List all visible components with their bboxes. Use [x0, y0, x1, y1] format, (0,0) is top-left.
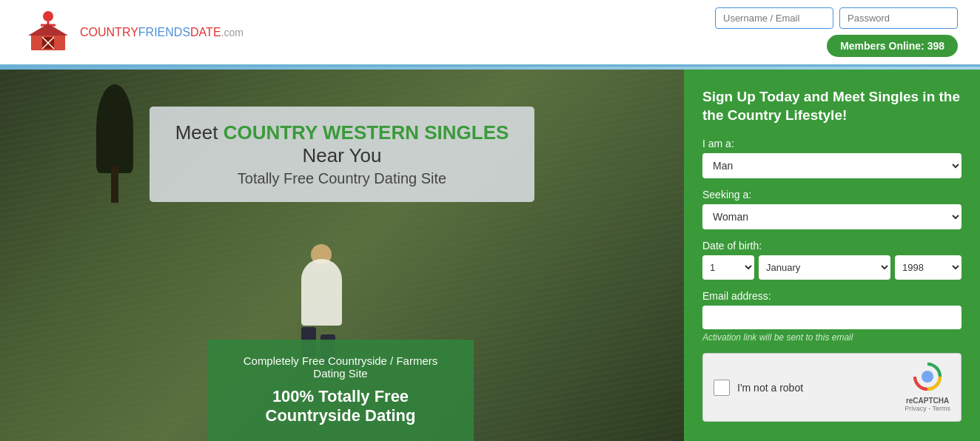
email-input[interactable] [702, 306, 961, 329]
dob-row: 1 2345 6789 10111213 14151617 18192021 2… [702, 255, 961, 280]
hero-bottom-box: Completely Free Countryside / Farmers Da… [207, 340, 474, 441]
recaptcha-links: Privacy - Terms [905, 405, 950, 412]
recaptcha-left: I'm not a robot [714, 380, 803, 396]
logo-friends: FRIENDS [138, 26, 190, 38]
email-label: Email address: [702, 290, 961, 302]
members-online-button[interactable]: Members Online: 398 [827, 35, 958, 57]
seeking-group: Seeking a: Man Woman [702, 189, 961, 229]
hero-title-box: Meet COUNTRY WESTERN SINGLES Near You To… [150, 107, 534, 202]
logo-icon [22, 10, 74, 55]
hero-bottom-line2: 100% Totally Free Countryside Dating [229, 387, 452, 425]
recaptcha-brand-label: reCAPTCHA [906, 397, 949, 405]
logo-country: COUNTRY [80, 26, 138, 38]
recaptcha-right: reCAPTCHA Privacy - Terms [905, 363, 950, 412]
logo: COUNTRYFRIENDSDATE.com [22, 10, 244, 55]
dob-label: Date of birth: [702, 240, 961, 252]
logo-dotcom: .com [221, 27, 244, 38]
recaptcha-label: I'm not a robot [737, 382, 803, 394]
email-group: Email address: Activation link will be s… [702, 290, 961, 343]
main-content: Meet COUNTRY WESTERN SINGLES Near You To… [0, 70, 980, 441]
svg-point-0 [43, 11, 53, 21]
dob-year-select[interactable]: 2005200420032002 200120001999 1998 19971… [895, 255, 961, 280]
person-body [301, 259, 342, 326]
iam-select[interactable]: Man Woman [702, 153, 961, 178]
hero-title-suffix: Near You [303, 144, 382, 166]
username-input[interactable] [715, 7, 833, 29]
svg-marker-4 [28, 24, 68, 36]
hero-subtitle: Totally Free Country Dating Site [172, 170, 512, 187]
recaptcha-checkbox[interactable] [714, 380, 730, 396]
password-input[interactable] [839, 7, 958, 29]
recaptcha-box[interactable]: I'm not a robot reCAPTCHA Privacy - Term… [702, 353, 961, 422]
dob-group: Date of birth: 1 2345 6789 10111213 1415… [702, 240, 961, 280]
dob-day-select[interactable]: 1 2345 6789 10111213 14151617 18192021 2… [702, 255, 754, 280]
site-header: COUNTRYFRIENDSDATE.com Members Online: 3… [0, 0, 980, 67]
hero-tree [96, 84, 133, 173]
hero-person [301, 259, 346, 348]
logo-date: DATE [190, 26, 221, 38]
iam-group: I am a: Man Woman [702, 138, 961, 178]
hero-title: Meet COUNTRY WESTERN SINGLES Near You [172, 121, 512, 167]
seeking-select[interactable]: Man Woman [702, 204, 961, 229]
svg-point-8 [922, 371, 933, 383]
signup-title: Sign Up Today and Meet Singles in the th… [702, 88, 961, 124]
hero-title-prefix: Meet [175, 121, 224, 144]
header-right: Members Online: 398 [715, 7, 958, 57]
recaptcha-logo-icon [913, 363, 942, 395]
hero-bottom-line1: Completely Free Countryside / Farmers Da… [229, 354, 452, 380]
seeking-label: Seeking a: [702, 189, 961, 201]
dob-month-select[interactable]: January FebruaryMarchApril MayJuneJuly A… [759, 255, 890, 280]
activation-note: Activation link will be sent to this ema… [702, 332, 961, 343]
header-inputs [715, 7, 958, 29]
hero-title-highlight: COUNTRY WESTERN SINGLES [224, 121, 509, 144]
hero-section: Meet COUNTRY WESTERN SINGLES Near You To… [0, 70, 684, 441]
logo-text: COUNTRYFRIENDSDATE.com [80, 26, 244, 39]
signup-section: Sign Up Today and Meet Singles in the th… [684, 70, 980, 441]
iam-label: I am a: [702, 138, 961, 149]
